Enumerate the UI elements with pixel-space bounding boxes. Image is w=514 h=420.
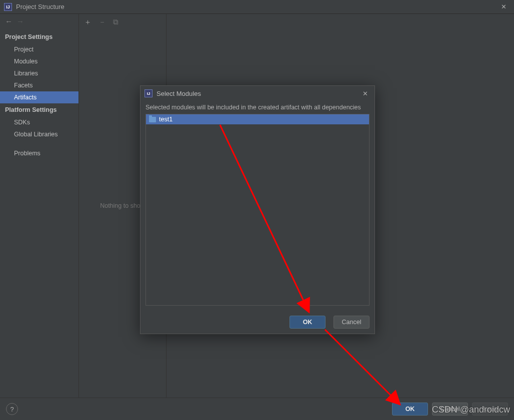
select-modules-dialog: IJ Select Modules ✕ Selected modules wil… bbox=[140, 85, 375, 334]
intellij-icon: IJ bbox=[4, 3, 12, 11]
nav-back-icon[interactable]: ← bbox=[5, 17, 12, 25]
bottom-bar: ? OK Cancel Apply bbox=[0, 398, 514, 420]
module-name: test1 bbox=[159, 116, 172, 123]
sidebar-section-platform-settings: Platform Settings bbox=[0, 103, 78, 116]
add-icon[interactable]: ＋ bbox=[84, 18, 92, 25]
ok-button[interactable]: OK bbox=[392, 403, 428, 416]
titlebar: IJ Project Structure ✕ bbox=[0, 0, 514, 14]
help-button[interactable]: ? bbox=[6, 403, 18, 415]
module-list-item[interactable]: test1 bbox=[146, 114, 369, 124]
window-title: Project Structure bbox=[16, 3, 497, 10]
sidebar-item-artifacts[interactable]: Artifacts bbox=[0, 91, 78, 103]
sidebar-item-project[interactable]: Project bbox=[0, 43, 78, 55]
sidebar-item-libraries[interactable]: Libraries bbox=[0, 67, 78, 79]
sidebar-item-modules[interactable]: Modules bbox=[0, 55, 78, 67]
close-icon[interactable]: ✕ bbox=[360, 90, 370, 97]
dialog-description: Selected modules will be included in the… bbox=[146, 103, 370, 114]
sidebar-item-global-libraries[interactable]: Global Libraries bbox=[0, 128, 78, 140]
sidebar-item-problems[interactable]: Problems bbox=[0, 147, 78, 159]
remove-icon[interactable]: － bbox=[98, 18, 106, 25]
nav-forward-icon[interactable]: → bbox=[16, 17, 24, 25]
module-list[interactable]: test1 bbox=[146, 114, 370, 306]
intellij-icon: IJ bbox=[144, 89, 152, 97]
dialog-title: Select Modules bbox=[156, 90, 360, 97]
sidebar-item-sdks[interactable]: SDKs bbox=[0, 116, 78, 128]
sidebar-section-project-settings: Project Settings bbox=[0, 30, 78, 43]
sidebar-item-facets[interactable]: Facets bbox=[0, 79, 78, 91]
close-icon[interactable]: ✕ bbox=[497, 3, 510, 10]
cancel-button[interactable]: Cancel bbox=[432, 403, 468, 416]
sidebar: ← → Project Settings ProjectModulesLibra… bbox=[0, 14, 79, 398]
dialog-cancel-button[interactable]: Cancel bbox=[334, 316, 370, 329]
apply-button[interactable]: Apply bbox=[472, 403, 508, 416]
dialog-ok-button[interactable]: OK bbox=[290, 316, 326, 329]
copy-icon[interactable]: ⧉ bbox=[113, 18, 118, 25]
module-icon bbox=[149, 117, 156, 122]
